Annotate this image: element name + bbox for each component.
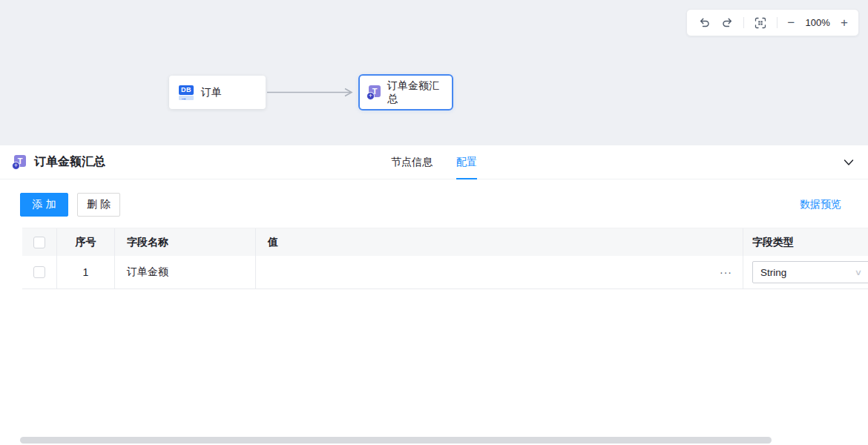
table-header-row: 序号 字段名称 值 字段类型 — [22, 228, 868, 256]
undo-button[interactable] — [697, 16, 711, 30]
data-preview-link[interactable]: 数据预览 — [800, 198, 841, 211]
column-header-value: 值 — [256, 228, 743, 256]
db-arrow-icon: → — [179, 96, 194, 100]
add-button-label: 添加 — [33, 198, 59, 211]
toolbar-divider — [777, 17, 777, 28]
node-label: 订单 — [201, 86, 222, 99]
delete-button-label: 删除 — [87, 198, 114, 211]
panel-tabs: 节点信息 配置 — [391, 145, 477, 179]
column-header-index: 序号 — [57, 228, 115, 256]
plus-badge-icon: + — [12, 162, 20, 170]
redo-button[interactable] — [720, 16, 734, 30]
row-field-name: 订单金额 — [115, 256, 256, 289]
fit-view-icon — [754, 17, 766, 29]
tab-node-info[interactable]: 节点信息 — [391, 145, 433, 179]
table-row: 1 订单金额 ··· String ∨ — [22, 256, 868, 289]
chevron-down-icon: ∨ — [855, 268, 862, 277]
column-header-field-name: 字段名称 — [115, 228, 256, 256]
node-detail-panel: T + 订单金额汇总 节点信息 配置 添加 删除 数据预览 序号 字段名称 值 — [0, 145, 868, 445]
panel-header: T + 订单金额汇总 节点信息 配置 — [0, 145, 868, 179]
zoom-level: 100% — [804, 17, 831, 28]
canvas-toolbar: − 100% + — [686, 9, 859, 36]
zoom-out-button[interactable]: − — [787, 16, 795, 30]
row-index: 1 — [57, 256, 115, 289]
chevron-down-icon — [843, 156, 855, 168]
collapse-panel-button[interactable] — [843, 156, 855, 168]
panel-title: 订单金额汇总 — [34, 154, 105, 170]
edge-connector — [267, 88, 359, 97]
add-button[interactable]: 添加 — [20, 193, 68, 217]
table-actions-row: 添加 删除 数据预览 — [20, 193, 841, 217]
flow-canvas[interactable]: DB → 订单 T + 订单金额汇总 — [0, 0, 868, 145]
more-options-icon[interactable]: ··· — [720, 268, 732, 276]
fields-table: 序号 字段名称 值 字段类型 1 订单金额 ··· String ∨ — [22, 228, 868, 289]
column-header-field-type: 字段类型 — [743, 228, 868, 256]
select-all-checkbox[interactable] — [33, 237, 45, 248]
row-checkbox[interactable] — [33, 266, 45, 278]
plus-badge-icon: + — [366, 92, 375, 100]
database-icon: DB → — [179, 85, 194, 100]
node-label: 订单金额汇总 — [387, 79, 444, 105]
horizontal-scrollbar[interactable] — [20, 437, 772, 444]
redo-icon — [721, 17, 734, 29]
tab-config[interactable]: 配置 — [456, 145, 477, 179]
node-order-source[interactable]: DB → 订单 — [169, 76, 266, 109]
db-badge: DB — [179, 85, 194, 95]
toolbar-divider — [743, 17, 744, 28]
field-type-value: String — [760, 267, 786, 278]
transform-icon: T + — [366, 85, 381, 100]
row-value-cell: ··· — [256, 256, 743, 289]
delete-button[interactable]: 删除 — [77, 193, 120, 217]
undo-icon — [698, 17, 711, 29]
fit-view-button[interactable] — [754, 16, 767, 30]
field-type-select[interactable]: String ∨ — [752, 261, 868, 283]
node-order-amount-summary[interactable]: T + 订单金额汇总 — [358, 74, 453, 111]
row-type-cell: String ∨ — [743, 256, 868, 289]
zoom-in-button[interactable]: + — [841, 16, 848, 30]
transform-icon: T + — [12, 155, 27, 170]
